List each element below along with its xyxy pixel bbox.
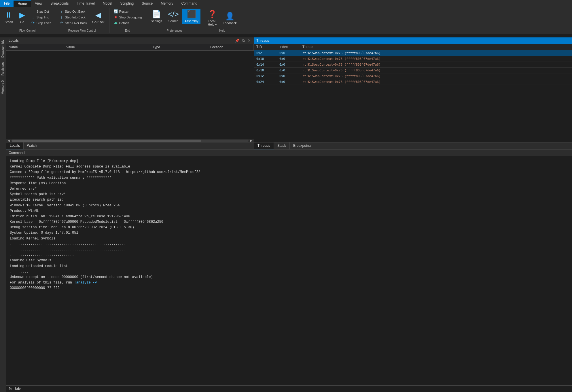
step-out-back-label: Step Out Back <box>65 10 85 13</box>
tab-scripting[interactable]: Scripting <box>116 0 138 7</box>
thread-row[interactable]: 0xc 0x0 nt!KiSwapContext+0x76 (fffff805`… <box>254 50 572 56</box>
tab-breakpoints[interactable]: Breakpoints <box>290 142 315 149</box>
step-out-icon: ↑ <box>31 9 35 14</box>
step-into-back-button[interactable]: ↓ Step Into Back <box>57 14 89 20</box>
scroll-left-arrow[interactable]: ◀ <box>6 139 11 142</box>
tab-locals[interactable]: Locals <box>6 142 24 149</box>
help-label: Help <box>219 29 225 32</box>
detach-button[interactable]: ⏏ Detach <box>112 20 144 26</box>
threads-body: 0xc 0x0 nt!KiSwapContext+0x76 (fffff805`… <box>254 50 572 142</box>
break-icon: ⏸ <box>5 11 12 20</box>
ribbon: File Home View Breakpoints Time Travel M… <box>0 0 572 34</box>
group-reverse-flow: ↑ Step Out Back ↓ Step Into Back ↶ Step … <box>55 8 109 33</box>
break-button[interactable]: ⏸ Break <box>2 9 15 25</box>
tab-source[interactable]: Source <box>138 0 157 7</box>
col-index-header: Index <box>277 44 300 50</box>
preferences-content: 📄 Settings </> Source ⬛ Assembly <box>148 9 200 28</box>
settings-label: Settings <box>151 19 162 23</box>
left-sidebar: Disassembly Registers Memory 0 <box>0 37 6 392</box>
go-back-button[interactable]: ◀ Go Back <box>90 9 107 25</box>
preferences-label: Preferences <box>167 29 182 32</box>
tab-watch[interactable]: Watch <box>24 142 41 149</box>
thread-row[interactable]: 0x10 0x0 nt!KiSwapContext+0x76 (fffff805… <box>254 56 572 62</box>
locals-panel: Locals 📌 ⧉ ✕ Name Value Type Location ◀ <box>6 37 254 149</box>
thread-row[interactable]: 0x14 0x0 nt!KiSwapContext+0x76 (fffff805… <box>254 62 572 68</box>
scrollbar-track[interactable] <box>12 140 249 142</box>
locals-close-btn[interactable]: ✕ <box>247 39 251 43</box>
col-header-location: Location <box>208 44 254 50</box>
step-out-back-button[interactable]: ↑ Step Out Back <box>57 9 89 14</box>
sidebar-tab-disassembly[interactable]: Disassembly <box>0 37 6 60</box>
end-content: 🔄 Restart ■ Stop Debugging ⏏ Detach <box>112 9 144 30</box>
flow-control-label: Flow Control <box>19 29 35 32</box>
sidebar-tab-memory[interactable]: Memory 0 <box>0 78 6 97</box>
restart-button[interactable]: 🔄 Restart <box>112 9 144 14</box>
step-out-button[interactable]: ↑ Step Out <box>29 9 53 14</box>
tab-file[interactable]: File <box>0 0 14 7</box>
feedback-button[interactable]: 👤 Feedback <box>220 11 239 26</box>
thread-name: nt!KiSwapContext+0x76 (fffff805`67de47a6… <box>300 62 572 67</box>
detach-label: Detach <box>119 21 129 25</box>
end-buttons: 🔄 Restart ■ Stop Debugging ⏏ Detach <box>112 9 144 26</box>
tab-view[interactable]: View <box>31 0 46 7</box>
scrollbar-thumb <box>12 140 201 142</box>
feedback-icon: 👤 <box>225 12 234 21</box>
threads-panel: Threads TID Index Thread 0xc 0x0 nt!KiSw… <box>254 37 572 149</box>
locals-controls: 📌 ⧉ ✕ <box>234 39 251 43</box>
tab-home[interactable]: Home <box>14 0 31 7</box>
locals-pin-btn[interactable]: 📌 <box>234 39 240 43</box>
assembly-label: Assembly <box>185 19 198 23</box>
flow-control-content: ⏸ Break ▶ Go ↑ Step Out ↓ Step Into <box>2 9 52 30</box>
go-button[interactable]: ▶ Go <box>16 9 28 25</box>
step-over-label: Step Over <box>37 21 51 25</box>
stop-icon: ■ <box>113 15 118 19</box>
go-label: Go <box>20 20 24 24</box>
sidebar-tab-registers[interactable]: Registers <box>0 60 6 78</box>
tab-timetravel[interactable]: Time Travel <box>73 0 99 7</box>
break-label: Break <box>5 20 13 24</box>
thread-row[interactable]: 0x24 0x0 nt!KiSwapContext+0x76 (fffff805… <box>254 79 572 85</box>
locals-float-btn[interactable]: ⧉ <box>241 39 246 43</box>
command-output: Loading Dump File [M:\memory.dmp]Kernel … <box>6 156 572 385</box>
locals-scrollbar-h[interactable]: ◀ ▶ <box>6 139 254 142</box>
locals-header: Locals 📌 ⧉ ✕ <box>6 37 254 44</box>
col-tid-header: TID <box>254 44 277 50</box>
feedback-label: Feedback <box>223 21 236 25</box>
locals-table-header: Name Value Type Location <box>6 44 254 51</box>
command-input[interactable] <box>22 387 570 391</box>
thread-row[interactable]: 0x1c 0x0 nt!KiSwapContext+0x76 (fffff805… <box>254 73 572 79</box>
source-button[interactable]: </> Source <box>166 9 181 24</box>
command-panel: Command Loading Dump File [M:\memory.dmp… <box>6 150 572 392</box>
thread-index: 0x0 <box>277 73 300 79</box>
reverse-flow-label: Reverse Flow Control <box>68 29 96 32</box>
local-help-button[interactable]: ❓ Local Help ▾ <box>205 9 219 28</box>
step-into-button[interactable]: ↓ Step Into <box>29 14 53 20</box>
settings-button[interactable]: 📄 Settings <box>148 9 164 24</box>
tab-threads[interactable]: Threads <box>254 142 274 149</box>
group-help: ❓ Local Help ▾ 👤 Feedback Help <box>203 8 241 33</box>
step-over-button[interactable]: ↷ Step Over <box>29 20 53 26</box>
thread-name: nt!KiSwapContext+0x76 (fffff805`67de47a6… <box>300 73 572 79</box>
threads-panel-tabs: Threads Stack Breakpoints <box>254 142 572 149</box>
tab-model[interactable]: Model <box>99 0 116 7</box>
threads-table-header: TID Index Thread <box>254 44 572 50</box>
step-over-back-button[interactable]: ↶ Step Over Back <box>57 20 89 26</box>
analyze-link[interactable]: !analyze -v <box>74 281 97 285</box>
thread-index: 0x0 <box>277 56 300 62</box>
scroll-right-arrow[interactable]: ▶ <box>249 139 254 142</box>
thread-tid: 0x1c <box>254 73 277 79</box>
stop-debug-button[interactable]: ■ Stop Debugging <box>112 14 144 20</box>
tab-stack[interactable]: Stack <box>274 142 290 149</box>
thread-row[interactable]: 0x18 0x0 nt!KiSwapContext+0x76 (fffff805… <box>254 68 572 73</box>
end-label: End <box>125 29 130 32</box>
tab-memory[interactable]: Memory <box>157 0 177 7</box>
col-header-value: Value <box>64 44 150 50</box>
assembly-button[interactable]: ⬛ Assembly <box>182 9 201 24</box>
thread-index: 0x0 <box>277 62 300 67</box>
thread-index: 0x0 <box>277 50 300 56</box>
tab-breakpoints[interactable]: Breakpoints <box>46 0 73 7</box>
thread-tid: 0x24 <box>254 79 277 85</box>
tab-command[interactable]: Command <box>177 0 201 7</box>
command-title: Command <box>9 151 24 155</box>
step-buttons: ↑ Step Out ↓ Step Into ↷ Step Over <box>29 9 53 26</box>
